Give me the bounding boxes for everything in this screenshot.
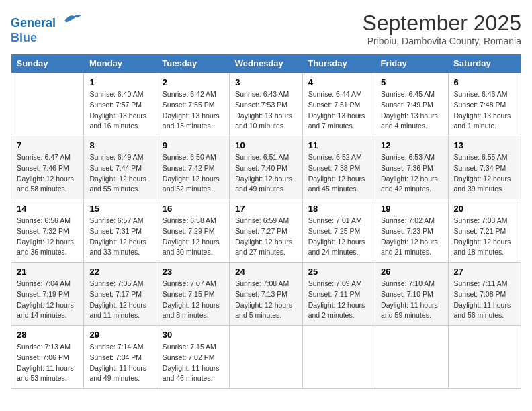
- day-info: Sunrise: 7:01 AM Sunset: 7:25 PM Dayligh…: [308, 216, 369, 258]
- day-number: 14: [17, 203, 78, 214]
- calendar-cell: 29Sunrise: 7:14 AM Sunset: 7:04 PM Dayli…: [84, 326, 157, 389]
- calendar-cell: [302, 326, 375, 389]
- day-info: Sunrise: 6:43 AM Sunset: 7:53 PM Dayligh…: [235, 89, 296, 132]
- day-number: 9: [163, 140, 224, 150]
- day-number: 13: [454, 140, 515, 150]
- calendar-week-row: 21Sunrise: 7:04 AM Sunset: 7:19 PM Dayli…: [11, 263, 521, 326]
- logo: General Blue: [11, 11, 82, 45]
- day-info: Sunrise: 7:05 AM Sunset: 7:17 PM Dayligh…: [89, 279, 150, 321]
- title-block: September 2025 Priboiu, Dambovita County…: [362, 11, 521, 46]
- calendar-cell: 30Sunrise: 7:15 AM Sunset: 7:02 PM Dayli…: [157, 326, 229, 389]
- calendar-week-row: 7Sunrise: 6:47 AM Sunset: 7:46 PM Daylig…: [11, 136, 521, 199]
- calendar-cell: 2Sunrise: 6:42 AM Sunset: 7:55 PM Daylig…: [157, 73, 229, 136]
- day-info: Sunrise: 6:49 AM Sunset: 7:44 PM Dayligh…: [89, 152, 150, 195]
- day-info: Sunrise: 6:45 AM Sunset: 7:49 PM Dayligh…: [381, 89, 442, 132]
- calendar-cell: 10Sunrise: 6:51 AM Sunset: 7:40 PM Dayli…: [230, 136, 302, 199]
- day-info: Sunrise: 6:57 AM Sunset: 7:31 PM Dayligh…: [89, 216, 150, 258]
- calendar-cell: [230, 326, 302, 389]
- calendar-table: SundayMondayTuesdayWednesdayThursdayFrid…: [11, 54, 521, 389]
- calendar-cell: 11Sunrise: 6:52 AM Sunset: 7:38 PM Dayli…: [302, 136, 375, 199]
- day-info: Sunrise: 7:10 AM Sunset: 7:10 PM Dayligh…: [381, 279, 442, 321]
- calendar-cell: 6Sunrise: 6:46 AM Sunset: 7:48 PM Daylig…: [448, 73, 521, 136]
- calendar-cell: 19Sunrise: 7:02 AM Sunset: 7:23 PM Dayli…: [375, 199, 448, 263]
- calendar-cell: 25Sunrise: 7:09 AM Sunset: 7:11 PM Dayli…: [302, 263, 375, 326]
- day-number: 29: [89, 330, 150, 340]
- day-info: Sunrise: 7:03 AM Sunset: 7:21 PM Dayligh…: [454, 216, 515, 258]
- calendar-cell: 20Sunrise: 7:03 AM Sunset: 7:21 PM Dayli…: [448, 199, 521, 263]
- calendar-cell: 12Sunrise: 6:53 AM Sunset: 7:36 PM Dayli…: [375, 136, 448, 199]
- day-number: 10: [235, 140, 296, 150]
- calendar-cell: 22Sunrise: 7:05 AM Sunset: 7:17 PM Dayli…: [84, 263, 157, 326]
- day-info: Sunrise: 7:04 AM Sunset: 7:19 PM Dayligh…: [17, 279, 78, 321]
- weekday-header-thursday: Thursday: [302, 54, 375, 73]
- day-number: 3: [235, 77, 296, 87]
- calendar-cell: [11, 73, 84, 136]
- day-number: 8: [89, 140, 150, 150]
- day-number: 7: [17, 140, 78, 150]
- calendar-cell: 27Sunrise: 7:11 AM Sunset: 7:08 PM Dayli…: [448, 263, 521, 326]
- calendar-cell: 21Sunrise: 7:04 AM Sunset: 7:19 PM Dayli…: [11, 263, 84, 326]
- day-number: 28: [17, 330, 78, 340]
- day-info: Sunrise: 7:15 AM Sunset: 7:02 PM Dayligh…: [163, 342, 224, 384]
- calendar-cell: 3Sunrise: 6:43 AM Sunset: 7:53 PM Daylig…: [230, 73, 302, 136]
- day-info: Sunrise: 6:58 AM Sunset: 7:29 PM Dayligh…: [163, 216, 224, 258]
- day-number: 26: [381, 267, 442, 277]
- weekday-header-saturday: Saturday: [448, 54, 521, 73]
- day-info: Sunrise: 6:51 AM Sunset: 7:40 PM Dayligh…: [235, 152, 296, 195]
- day-info: Sunrise: 6:42 AM Sunset: 7:55 PM Dayligh…: [163, 89, 224, 132]
- day-number: 23: [163, 267, 224, 277]
- calendar-cell: 18Sunrise: 7:01 AM Sunset: 7:25 PM Dayli…: [302, 199, 375, 263]
- weekday-header-wednesday: Wednesday: [230, 54, 302, 73]
- day-info: Sunrise: 6:52 AM Sunset: 7:38 PM Dayligh…: [308, 152, 369, 195]
- calendar-cell: 28Sunrise: 7:13 AM Sunset: 7:06 PM Dayli…: [11, 326, 84, 389]
- calendar-cell: 13Sunrise: 6:55 AM Sunset: 7:34 PM Dayli…: [448, 136, 521, 199]
- calendar-cell: 1Sunrise: 6:40 AM Sunset: 7:57 PM Daylig…: [84, 73, 157, 136]
- weekday-header-monday: Monday: [84, 54, 157, 73]
- day-number: 2: [163, 77, 224, 87]
- day-number: 22: [89, 267, 150, 277]
- day-number: 4: [308, 77, 369, 87]
- day-number: 19: [381, 203, 442, 214]
- day-info: Sunrise: 7:09 AM Sunset: 7:11 PM Dayligh…: [308, 279, 369, 321]
- day-info: Sunrise: 7:08 AM Sunset: 7:13 PM Dayligh…: [235, 279, 296, 321]
- weekday-header-row: SundayMondayTuesdayWednesdayThursdayFrid…: [11, 54, 521, 73]
- day-number: 30: [163, 330, 224, 340]
- day-number: 20: [454, 203, 515, 214]
- weekday-header-friday: Friday: [375, 54, 448, 73]
- day-number: 15: [89, 203, 150, 214]
- day-number: 1: [89, 77, 150, 87]
- logo-bird-icon: [62, 11, 82, 27]
- weekday-header-tuesday: Tuesday: [157, 54, 229, 73]
- day-info: Sunrise: 6:50 AM Sunset: 7:42 PM Dayligh…: [163, 152, 224, 195]
- calendar-week-row: 28Sunrise: 7:13 AM Sunset: 7:06 PM Dayli…: [11, 326, 521, 389]
- day-number: 12: [381, 140, 442, 150]
- day-info: Sunrise: 6:53 AM Sunset: 7:36 PM Dayligh…: [381, 152, 442, 195]
- day-info: Sunrise: 6:44 AM Sunset: 7:51 PM Dayligh…: [308, 89, 369, 132]
- day-number: 27: [454, 267, 515, 277]
- calendar-cell: 16Sunrise: 6:58 AM Sunset: 7:29 PM Dayli…: [157, 199, 229, 263]
- calendar-cell: [375, 326, 448, 389]
- day-number: 11: [308, 140, 369, 150]
- day-info: Sunrise: 6:40 AM Sunset: 7:57 PM Dayligh…: [89, 89, 150, 132]
- calendar-cell: 4Sunrise: 6:44 AM Sunset: 7:51 PM Daylig…: [302, 73, 375, 136]
- day-number: 6: [454, 77, 515, 87]
- calendar-cell: 24Sunrise: 7:08 AM Sunset: 7:13 PM Dayli…: [230, 263, 302, 326]
- day-info: Sunrise: 7:02 AM Sunset: 7:23 PM Dayligh…: [381, 216, 442, 258]
- day-number: 18: [308, 203, 369, 214]
- calendar-cell: 23Sunrise: 7:07 AM Sunset: 7:15 PM Dayli…: [157, 263, 229, 326]
- calendar-cell: 17Sunrise: 6:59 AM Sunset: 7:27 PM Dayli…: [230, 199, 302, 263]
- day-number: 17: [235, 203, 296, 214]
- day-info: Sunrise: 6:46 AM Sunset: 7:48 PM Dayligh…: [454, 89, 515, 132]
- day-info: Sunrise: 7:11 AM Sunset: 7:08 PM Dayligh…: [454, 279, 515, 321]
- day-number: 16: [163, 203, 224, 214]
- calendar-cell: [448, 326, 521, 389]
- day-number: 24: [235, 267, 296, 277]
- calendar-week-row: 1Sunrise: 6:40 AM Sunset: 7:57 PM Daylig…: [11, 73, 521, 136]
- logo-text: General: [11, 11, 82, 31]
- calendar-cell: 14Sunrise: 6:56 AM Sunset: 7:32 PM Dayli…: [11, 199, 84, 263]
- day-info: Sunrise: 7:14 AM Sunset: 7:04 PM Dayligh…: [89, 342, 150, 384]
- day-number: 5: [381, 77, 442, 87]
- day-info: Sunrise: 6:59 AM Sunset: 7:27 PM Dayligh…: [235, 216, 296, 258]
- month-title: September 2025: [362, 11, 521, 36]
- logo-blue: Blue: [11, 31, 82, 46]
